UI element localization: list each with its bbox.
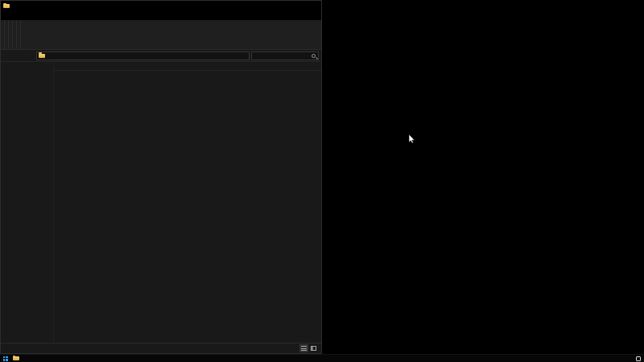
maximize-button[interactable] <box>295 1 308 11</box>
ribbon <box>1 20 321 50</box>
taskbar-explorer-button[interactable] <box>10 355 21 362</box>
ribbon-group-select <box>17 20 21 49</box>
navigation-bar <box>1 50 321 62</box>
notification-center-icon[interactable] <box>636 356 641 361</box>
file-list <box>54 80 321 343</box>
explorer-window-downloads <box>0 0 322 354</box>
titlebar[interactable] <box>1 1 321 11</box>
search-input[interactable] <box>254 53 310 58</box>
desktop: SúborDomovZdieľaťZobraziť Pripnúť na pan… <box>0 0 644 362</box>
minimize-button[interactable] <box>283 1 295 11</box>
group-header[interactable] <box>54 71 321 80</box>
mouse-cursor <box>409 134 415 144</box>
search-box[interactable] <box>251 51 319 60</box>
windows-logo-icon <box>3 356 8 361</box>
thumbnails-view-button[interactable] <box>309 344 318 352</box>
search-icon <box>312 54 316 58</box>
details-view-icon <box>301 346 307 351</box>
close-button[interactable] <box>308 1 321 11</box>
thumbnails-view-icon <box>311 346 316 351</box>
window-folder-icon <box>3 4 10 8</box>
ribbon-collapse-icon[interactable] <box>313 11 321 20</box>
status-bar <box>1 343 321 353</box>
system-tray <box>633 356 644 361</box>
explorer-folder-icon <box>13 356 19 360</box>
start-button[interactable] <box>0 355 10 362</box>
navigation-pane <box>1 62 54 343</box>
file-list-area <box>54 62 321 343</box>
ribbon-tabs <box>1 11 321 20</box>
taskbar <box>0 354 644 362</box>
column-headers <box>54 62 321 71</box>
details-view-button[interactable] <box>299 344 308 352</box>
address-folder-icon <box>39 54 45 58</box>
address-bar[interactable] <box>36 51 250 60</box>
